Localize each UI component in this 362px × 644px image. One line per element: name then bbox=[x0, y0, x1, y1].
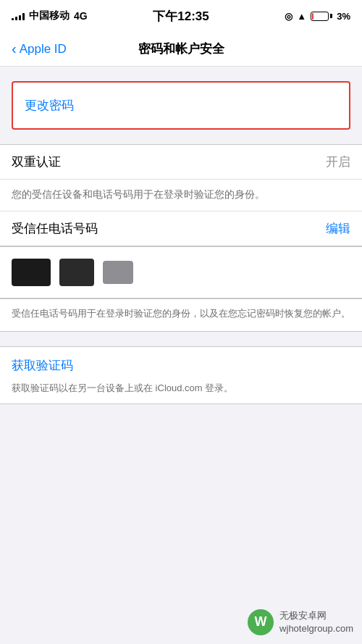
phone-thumbnail-3 bbox=[103, 261, 133, 284]
status-bar-time: 下午12:35 bbox=[153, 8, 209, 25]
watermark-letter: W bbox=[255, 614, 267, 630]
content-area: 更改密码 双重认证 开启 您的受信任设备和电话号码用于在登录时验证您的身份。 受… bbox=[0, 67, 362, 419]
two-factor-title: 双重认证 bbox=[12, 154, 61, 170]
watermark-text: 无极安卓网 wjhotelgroup.com bbox=[279, 609, 353, 635]
get-code-description: 获取验证码以在另一台设备上或在 iCloud.com 登录。 bbox=[12, 381, 350, 396]
phone-thumbnail-2 bbox=[59, 259, 94, 286]
phone-thumbnails bbox=[0, 246, 362, 298]
status-bar-right: ◎ ▲ 3% bbox=[285, 11, 350, 22]
network-label: 4G bbox=[74, 10, 88, 22]
two-factor-status: 开启 bbox=[326, 154, 350, 170]
watermark: W 无极安卓网 wjhotelgroup.com bbox=[248, 609, 353, 635]
page-title: 密码和帐户安全 bbox=[138, 41, 224, 57]
get-code-button[interactable]: 获取验证码 bbox=[12, 357, 350, 374]
chevron-left-icon: ‹ bbox=[12, 41, 17, 56]
get-code-section: 获取验证码 获取验证码以在另一台设备上或在 iCloud.com 登录。 bbox=[0, 346, 362, 405]
wifi-icon: ▲ bbox=[297, 11, 306, 22]
status-bar-left: 中国移动 4G bbox=[12, 9, 88, 22]
location-icon: ◎ bbox=[285, 11, 292, 22]
phone-thumbnail-1 bbox=[12, 259, 51, 286]
battery-label: 3% bbox=[337, 11, 350, 22]
change-password-button[interactable]: 更改密码 bbox=[25, 99, 74, 112]
carrier-label: 中国移动 bbox=[29, 9, 70, 22]
watermark-url: wjhotelgroup.com bbox=[279, 622, 353, 635]
trusted-phone-edit-button[interactable]: 编辑 bbox=[326, 220, 350, 237]
change-password-section: 更改密码 bbox=[12, 81, 350, 130]
watermark-site: 无极安卓网 bbox=[279, 609, 353, 622]
back-label: Apple ID bbox=[20, 42, 67, 57]
phone-thumb-description: 受信任电话号码用于在登录时验证您的身份，以及在您忘记密码时恢复您的帐户。 bbox=[0, 298, 362, 332]
watermark-logo: W bbox=[248, 609, 274, 635]
nav-bar: ‹ Apple ID 密码和帐户安全 bbox=[0, 32, 362, 67]
status-bar: 中国移动 4G 下午12:35 ◎ ▲ 3% bbox=[0, 0, 362, 32]
signal-icon bbox=[12, 12, 25, 20]
trusted-phone-label: 受信任电话号码 bbox=[12, 220, 98, 237]
trusted-phone-row: 受信任电话号码 编辑 bbox=[0, 212, 362, 246]
two-factor-section: 双重认证 开启 您的受信任设备和电话号码用于在登录时验证您的身份。 受信任电话号… bbox=[0, 144, 362, 246]
two-factor-description: 您的受信任设备和电话号码用于在登录时验证您的身份。 bbox=[0, 180, 362, 212]
battery-indicator bbox=[311, 12, 332, 21]
back-button[interactable]: ‹ Apple ID bbox=[12, 42, 67, 57]
two-factor-header: 双重认证 开启 bbox=[0, 145, 362, 180]
